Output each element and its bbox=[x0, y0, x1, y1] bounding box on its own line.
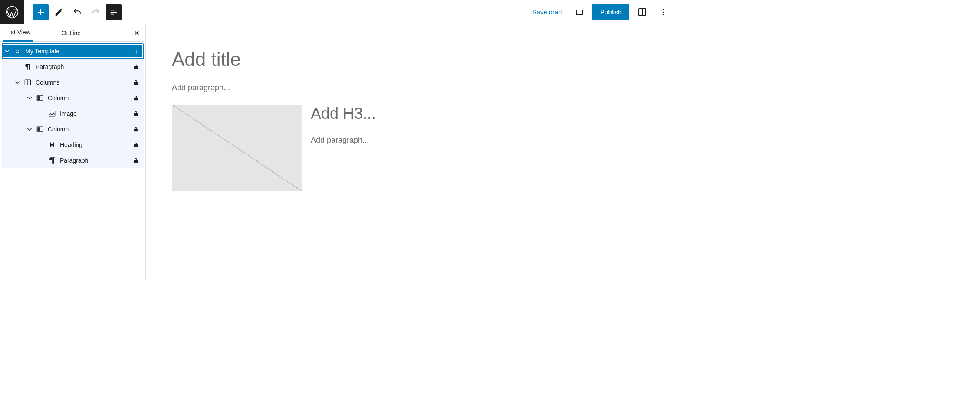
toolbar-left-group bbox=[24, 4, 122, 20]
svg-point-5 bbox=[16, 50, 16, 51]
editor-canvas[interactable]: Add title Add paragraph... Add H3... Add… bbox=[146, 24, 677, 281]
tab-outline[interactable]: Outline bbox=[59, 24, 83, 42]
post-title-input[interactable]: Add title bbox=[172, 49, 651, 70]
tree-label: Columns bbox=[36, 79, 131, 86]
lock-icon bbox=[131, 79, 141, 85]
tree-row-column[interactable]: Column bbox=[2, 121, 144, 137]
tree-label: Column bbox=[48, 95, 131, 102]
svg-point-8 bbox=[136, 51, 137, 52]
lock-icon bbox=[131, 64, 141, 70]
svg-point-4 bbox=[663, 14, 664, 15]
top-toolbar: Save draft Publish bbox=[0, 0, 677, 24]
lock-icon bbox=[131, 126, 141, 132]
columns-block[interactable]: Add H3... Add paragraph... bbox=[172, 105, 651, 191]
close-panel-button[interactable] bbox=[132, 28, 142, 38]
columns-icon bbox=[23, 77, 33, 88]
settings-sidebar-toggle[interactable] bbox=[635, 4, 650, 20]
heading-block[interactable]: Add H3... bbox=[311, 105, 651, 123]
paragraph-icon bbox=[23, 62, 33, 72]
chevron-down-icon[interactable] bbox=[24, 125, 35, 133]
lock-icon bbox=[131, 111, 141, 117]
column-block[interactable]: Add H3... Add paragraph... bbox=[311, 105, 651, 145]
chevron-down-icon[interactable] bbox=[2, 47, 12, 55]
panel-tabs: List View Outline bbox=[0, 24, 145, 42]
paragraph-block[interactable]: Add paragraph... bbox=[311, 136, 651, 145]
save-draft-button[interactable]: Save draft bbox=[528, 6, 566, 18]
svg-rect-15 bbox=[38, 128, 39, 131]
document-overview-panel: List View Outline My T bbox=[0, 24, 146, 281]
tree-label: Paragraph bbox=[60, 157, 131, 164]
tree-row-heading[interactable]: Heading bbox=[2, 137, 144, 153]
tree-row-my-template[interactable]: My Template bbox=[2, 43, 144, 59]
paragraph-block[interactable]: Add paragraph... bbox=[172, 83, 651, 92]
tree-label: My Template bbox=[25, 48, 132, 55]
tree-row-image[interactable]: Image bbox=[2, 106, 144, 121]
edit-tools-button[interactable] bbox=[51, 4, 67, 20]
lock-icon bbox=[131, 157, 141, 164]
svg-rect-12 bbox=[38, 96, 39, 100]
column-icon bbox=[35, 93, 45, 103]
tree-row-paragraph[interactable]: Paragraph bbox=[2, 153, 144, 168]
svg-line-16 bbox=[172, 105, 302, 191]
tree-row-column[interactable]: Column bbox=[2, 90, 144, 106]
tree-label: Image bbox=[60, 110, 131, 117]
document-overview-button[interactable] bbox=[106, 4, 122, 20]
toolbar-right-group: Save draft Publish bbox=[528, 4, 677, 20]
chevron-down-icon[interactable] bbox=[24, 94, 35, 102]
lock-icon bbox=[131, 95, 141, 101]
svg-point-3 bbox=[663, 11, 664, 13]
tree-row-paragraph[interactable]: Paragraph bbox=[2, 59, 144, 75]
heading-icon bbox=[47, 140, 57, 150]
view-preview-button[interactable] bbox=[572, 4, 587, 20]
tree-label: Paragraph bbox=[36, 63, 131, 70]
undo-button[interactable] bbox=[69, 4, 85, 20]
image-block-placeholder[interactable] bbox=[172, 105, 302, 191]
block-tree: My Template Paragraph bbox=[0, 42, 145, 170]
tree-row-columns[interactable]: Columns bbox=[2, 75, 144, 90]
publish-button[interactable]: Publish bbox=[592, 4, 629, 20]
more-options-button[interactable] bbox=[655, 4, 671, 20]
add-block-button[interactable] bbox=[33, 4, 49, 20]
wordpress-logo[interactable] bbox=[0, 0, 24, 24]
row-options-button[interactable] bbox=[132, 47, 142, 55]
lock-icon bbox=[131, 142, 141, 148]
tree-label: Heading bbox=[60, 141, 131, 148]
main-area: List View Outline My T bbox=[0, 24, 677, 281]
redo-button[interactable] bbox=[88, 4, 103, 20]
tree-label: Column bbox=[48, 126, 131, 133]
image-icon bbox=[47, 108, 57, 119]
svg-point-0 bbox=[7, 6, 18, 18]
chevron-down-icon[interactable] bbox=[12, 79, 23, 86]
tree-children: Paragraph Columns bbox=[2, 59, 144, 168]
smiley-icon bbox=[12, 46, 23, 56]
tab-list-view[interactable]: List View bbox=[3, 24, 33, 42]
svg-point-2 bbox=[663, 9, 664, 10]
paragraph-icon bbox=[47, 155, 57, 166]
svg-point-9 bbox=[136, 53, 137, 54]
column-icon bbox=[35, 124, 45, 134]
svg-point-6 bbox=[18, 50, 19, 51]
svg-point-7 bbox=[136, 49, 137, 50]
